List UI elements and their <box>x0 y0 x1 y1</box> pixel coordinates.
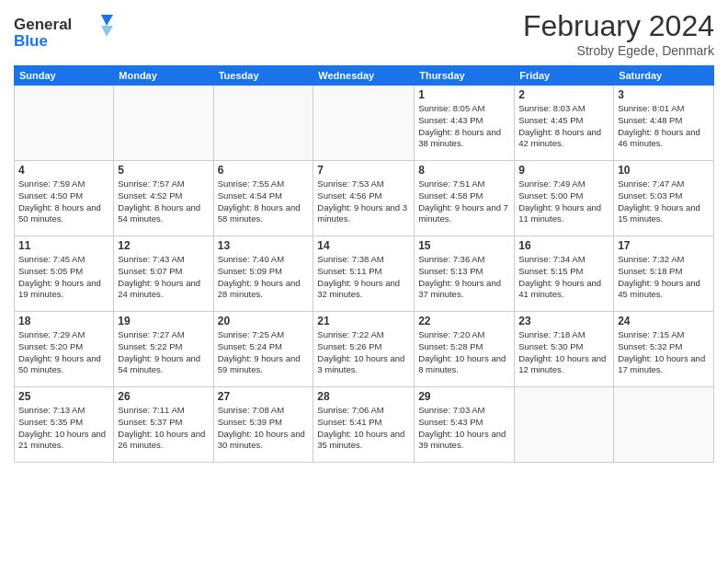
day-number: 4 <box>18 164 109 177</box>
col-friday: Friday <box>515 66 614 86</box>
day-number: 3 <box>618 88 710 101</box>
day-info: Sunrise: 7:27 AM Sunset: 5:22 PM Dayligh… <box>118 329 209 376</box>
calendar-cell: 26Sunrise: 7:11 AM Sunset: 5:37 PM Dayli… <box>114 387 213 463</box>
title-area: February 2024 Stroby Egede, Denmark <box>523 9 714 58</box>
calendar-cell: 12Sunrise: 7:43 AM Sunset: 5:07 PM Dayli… <box>114 236 213 312</box>
day-number: 29 <box>418 390 510 403</box>
calendar-cell: 22Sunrise: 7:20 AM Sunset: 5:28 PM Dayli… <box>415 312 515 387</box>
svg-text:Blue: Blue <box>14 32 48 50</box>
calendar-cell: 15Sunrise: 7:36 AM Sunset: 5:13 PM Dayli… <box>415 236 515 312</box>
day-number: 6 <box>218 164 310 177</box>
day-number: 11 <box>18 239 109 252</box>
day-info: Sunrise: 7:25 AM Sunset: 5:24 PM Dayligh… <box>218 329 310 376</box>
logo: General Blue <box>14 13 115 52</box>
day-info: Sunrise: 7:49 AM Sunset: 5:00 PM Dayligh… <box>518 178 609 225</box>
day-number: 10 <box>618 164 710 177</box>
day-info: Sunrise: 7:45 AM Sunset: 5:05 PM Dayligh… <box>18 254 109 301</box>
calendar-cell: 18Sunrise: 7:29 AM Sunset: 5:20 PM Dayli… <box>15 312 114 387</box>
day-info: Sunrise: 7:22 AM Sunset: 5:26 PM Dayligh… <box>317 329 410 376</box>
day-number: 20 <box>218 315 310 327</box>
calendar-cell: 16Sunrise: 7:34 AM Sunset: 5:15 PM Dayli… <box>515 236 614 312</box>
calendar-cell: 3Sunrise: 8:01 AM Sunset: 4:48 PM Daylig… <box>614 86 714 161</box>
main-container: General Blue February 2024 Stroby Egede,… <box>0 0 728 467</box>
calendar-cell: 24Sunrise: 7:15 AM Sunset: 5:32 PM Dayli… <box>614 312 714 387</box>
day-info: Sunrise: 7:20 AM Sunset: 5:28 PM Dayligh… <box>418 329 510 376</box>
calendar-cell: 11Sunrise: 7:45 AM Sunset: 5:05 PM Dayli… <box>15 236 114 312</box>
calendar-cell <box>15 86 114 161</box>
location-title: Stroby Egede, Denmark <box>523 43 714 58</box>
calendar-cell: 10Sunrise: 7:47 AM Sunset: 5:03 PM Dayli… <box>614 161 714 236</box>
day-info: Sunrise: 7:47 AM Sunset: 5:03 PM Dayligh… <box>618 178 710 225</box>
day-info: Sunrise: 7:38 AM Sunset: 5:11 PM Dayligh… <box>317 254 410 301</box>
day-info: Sunrise: 7:03 AM Sunset: 5:43 PM Dayligh… <box>418 405 510 452</box>
day-number: 26 <box>118 390 209 403</box>
calendar-cell: 19Sunrise: 7:27 AM Sunset: 5:22 PM Dayli… <box>114 312 213 387</box>
calendar-cell: 2Sunrise: 8:03 AM Sunset: 4:45 PM Daylig… <box>515 86 614 161</box>
calendar-week-row: 18Sunrise: 7:29 AM Sunset: 5:20 PM Dayli… <box>15 312 714 387</box>
day-info: Sunrise: 7:32 AM Sunset: 5:18 PM Dayligh… <box>618 254 710 301</box>
calendar-cell: 25Sunrise: 7:13 AM Sunset: 5:35 PM Dayli… <box>15 387 114 463</box>
day-info: Sunrise: 8:01 AM Sunset: 4:48 PM Dayligh… <box>618 103 710 150</box>
calendar-header-row: Sunday Monday Tuesday Wednesday Thursday… <box>15 66 714 86</box>
calendar-cell: 21Sunrise: 7:22 AM Sunset: 5:26 PM Dayli… <box>313 312 415 387</box>
day-number: 2 <box>518 88 609 101</box>
day-info: Sunrise: 8:03 AM Sunset: 4:45 PM Dayligh… <box>518 103 609 150</box>
logo-svg: General Blue <box>14 13 115 52</box>
calendar-cell: 13Sunrise: 7:40 AM Sunset: 5:09 PM Dayli… <box>213 236 313 312</box>
calendar-cell: 14Sunrise: 7:38 AM Sunset: 5:11 PM Dayli… <box>313 236 415 312</box>
day-info: Sunrise: 7:11 AM Sunset: 5:37 PM Dayligh… <box>118 405 209 452</box>
day-number: 27 <box>218 390 310 403</box>
day-number: 21 <box>317 315 410 327</box>
calendar-week-row: 4Sunrise: 7:59 AM Sunset: 4:50 PM Daylig… <box>15 161 714 236</box>
day-number: 1 <box>418 88 510 101</box>
svg-text:General: General <box>14 16 72 33</box>
day-number: 5 <box>118 164 209 177</box>
month-title: February 2024 <box>523 9 714 43</box>
day-number: 16 <box>518 239 609 252</box>
calendar-cell: 23Sunrise: 7:18 AM Sunset: 5:30 PM Dayli… <box>515 312 614 387</box>
day-info: Sunrise: 7:51 AM Sunset: 4:58 PM Dayligh… <box>418 178 510 225</box>
day-info: Sunrise: 7:15 AM Sunset: 5:32 PM Dayligh… <box>618 329 710 376</box>
day-info: Sunrise: 7:59 AM Sunset: 4:50 PM Dayligh… <box>18 178 109 225</box>
calendar-week-row: 25Sunrise: 7:13 AM Sunset: 5:35 PM Dayli… <box>15 387 714 463</box>
calendar-cell <box>114 86 213 161</box>
calendar-cell <box>614 387 714 463</box>
day-number: 7 <box>317 164 410 177</box>
calendar-cell: 7Sunrise: 7:53 AM Sunset: 4:56 PM Daylig… <box>313 161 415 236</box>
day-info: Sunrise: 7:06 AM Sunset: 5:41 PM Dayligh… <box>317 405 410 452</box>
col-monday: Monday <box>114 66 213 86</box>
day-info: Sunrise: 7:34 AM Sunset: 5:15 PM Dayligh… <box>518 254 609 301</box>
day-info: Sunrise: 7:36 AM Sunset: 5:13 PM Dayligh… <box>418 254 510 301</box>
col-thursday: Thursday <box>415 66 515 86</box>
day-number: 8 <box>418 164 510 177</box>
day-number: 24 <box>618 315 710 327</box>
day-info: Sunrise: 7:13 AM Sunset: 5:35 PM Dayligh… <box>18 405 109 452</box>
col-wednesday: Wednesday <box>313 66 415 86</box>
calendar-cell: 6Sunrise: 7:55 AM Sunset: 4:54 PM Daylig… <box>213 161 313 236</box>
calendar-cell <box>515 387 614 463</box>
day-number: 23 <box>518 315 609 327</box>
day-number: 15 <box>418 239 510 252</box>
day-info: Sunrise: 7:40 AM Sunset: 5:09 PM Dayligh… <box>218 254 310 301</box>
svg-marker-2 <box>101 15 113 26</box>
calendar-week-row: 1Sunrise: 8:05 AM Sunset: 4:43 PM Daylig… <box>15 86 714 161</box>
day-number: 17 <box>618 239 710 252</box>
day-number: 28 <box>317 390 410 403</box>
day-number: 14 <box>317 239 410 252</box>
day-number: 13 <box>218 239 310 252</box>
calendar-cell <box>213 86 313 161</box>
header-area: General Blue February 2024 Stroby Egede,… <box>14 9 714 58</box>
calendar-week-row: 11Sunrise: 7:45 AM Sunset: 5:05 PM Dayli… <box>15 236 714 312</box>
day-number: 18 <box>18 315 109 327</box>
day-info: Sunrise: 7:29 AM Sunset: 5:20 PM Dayligh… <box>18 329 109 376</box>
calendar-cell: 20Sunrise: 7:25 AM Sunset: 5:24 PM Dayli… <box>213 312 313 387</box>
col-tuesday: Tuesday <box>213 66 313 86</box>
calendar-cell: 4Sunrise: 7:59 AM Sunset: 4:50 PM Daylig… <box>15 161 114 236</box>
calendar-cell: 17Sunrise: 7:32 AM Sunset: 5:18 PM Dayli… <box>614 236 714 312</box>
calendar-cell: 27Sunrise: 7:08 AM Sunset: 5:39 PM Dayli… <box>213 387 313 463</box>
day-number: 12 <box>118 239 209 252</box>
col-saturday: Saturday <box>614 66 714 86</box>
day-info: Sunrise: 7:53 AM Sunset: 4:56 PM Dayligh… <box>317 178 410 225</box>
day-info: Sunrise: 7:08 AM Sunset: 5:39 PM Dayligh… <box>218 405 310 452</box>
day-number: 25 <box>18 390 109 403</box>
